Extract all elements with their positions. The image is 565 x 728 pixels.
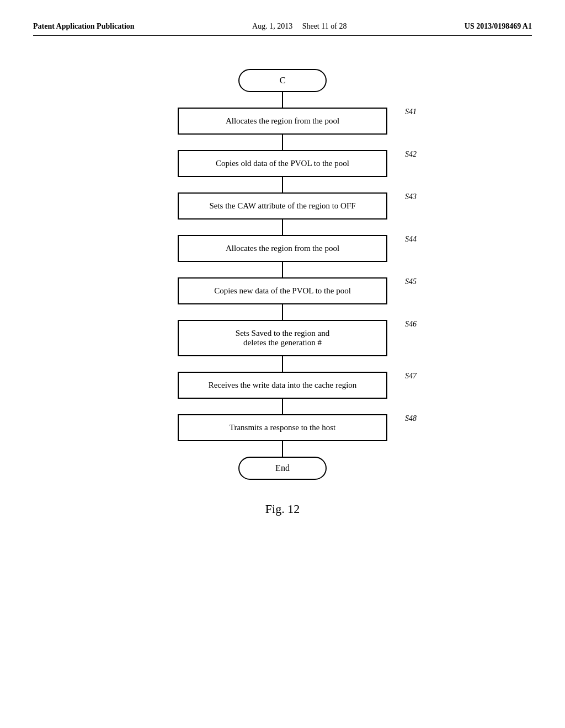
connector-8 — [282, 441, 283, 457]
step-s41: Allocates the region from the pool S41 — [178, 108, 387, 135]
patent-number: US 2013/0198469 A1 — [465, 22, 532, 31]
step-s44-text: Allocates the region from the pool — [226, 244, 339, 253]
step-s46-text: Sets Saved to the region anddeletes the … — [236, 329, 329, 347]
start-label: C — [280, 76, 286, 85]
connector-3 — [282, 220, 283, 235]
step-s43-text: Sets the CAW attribute of the region to … — [209, 201, 355, 210]
step-s47-text: Receives the write data into the cache r… — [209, 381, 357, 389]
end-label: End — [275, 463, 290, 473]
connector-7 — [282, 399, 283, 414]
step-s42: Copies old data of the PVOL to the pool … — [178, 150, 387, 177]
date-sheet: Aug. 1, 2013 Sheet 11 of 28 — [252, 22, 347, 31]
step-s43-label: S43 — [405, 192, 417, 201]
page: Patent Application Publication Aug. 1, 2… — [0, 0, 565, 728]
step-s41-text: Allocates the region from the pool — [226, 116, 339, 125]
step-s44-label: S44 — [405, 235, 417, 244]
flowchart: C Allocates the region from the pool S41… — [33, 69, 532, 516]
connector-5 — [282, 304, 283, 320]
step-s47-label: S47 — [405, 372, 417, 381]
end-terminal: End — [238, 457, 327, 480]
date: Aug. 1, 2013 — [252, 22, 292, 30]
step-s46: Sets Saved to the region anddeletes the … — [178, 320, 387, 356]
connector-6 — [282, 356, 283, 372]
figure-caption: Fig. 12 — [265, 502, 300, 516]
connector-4 — [282, 262, 283, 277]
step-s42-label: S42 — [405, 150, 417, 159]
start-terminal: C — [238, 69, 327, 92]
step-s46-label: S46 — [405, 320, 417, 329]
step-s45-label: S45 — [405, 277, 417, 286]
step-s48: Transmits a response to the host S48 — [178, 414, 387, 441]
step-s42-text: Copies old data of the PVOL to the pool — [216, 159, 349, 168]
step-s45-text: Copies new data of the PVOL to the pool — [214, 286, 351, 295]
publication-label: Patent Application Publication — [33, 22, 135, 31]
connector-2 — [282, 177, 283, 192]
step-s43: Sets the CAW attribute of the region to … — [178, 192, 387, 220]
step-s41-label: S41 — [405, 108, 417, 116]
connector-0 — [282, 92, 283, 108]
step-s47: Receives the write data into the cache r… — [178, 372, 387, 399]
step-s48-label: S48 — [405, 414, 417, 423]
step-s44: Allocates the region from the pool S44 — [178, 235, 387, 262]
header: Patent Application Publication Aug. 1, 2… — [33, 22, 532, 36]
step-s48-text: Transmits a response to the host — [230, 423, 335, 432]
connector-1 — [282, 135, 283, 150]
sheet-info: Sheet 11 of 28 — [302, 22, 347, 30]
step-s45: Copies new data of the PVOL to the pool … — [178, 277, 387, 304]
